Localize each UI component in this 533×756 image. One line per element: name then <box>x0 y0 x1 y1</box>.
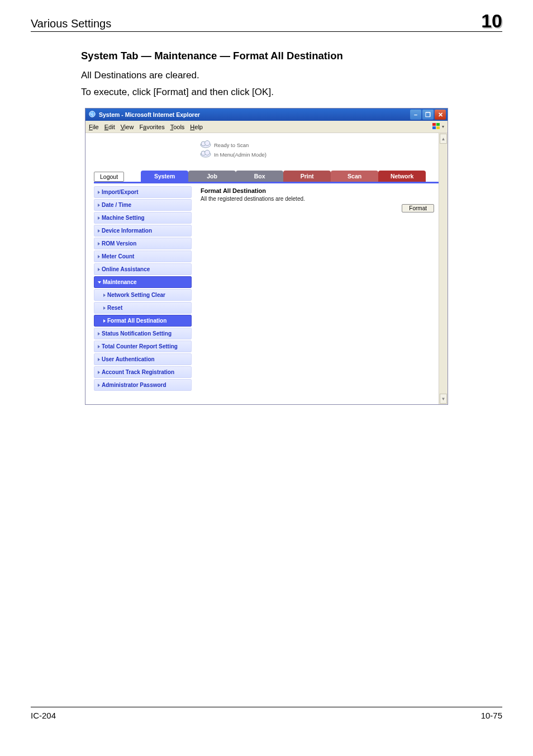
sidebar-item-total-counter-report[interactable]: Total Counter Report Setting <box>94 341 192 352</box>
sidebar: Import/Export Date / Time Machine Settin… <box>94 186 192 392</box>
menu-help[interactable]: Help <box>190 124 203 130</box>
section-title: System Tab — Maintenance — Format All De… <box>81 50 502 62</box>
page-header-right: 10 10 <box>481 11 502 30</box>
sidebar-item-format-all-destination[interactable]: Format All Destination <box>94 315 192 327</box>
window-title: System - Microsoft Internet Explorer <box>99 111 200 118</box>
scroll-up-icon[interactable]: ▲ <box>440 134 447 144</box>
footer-left: IC-204 <box>31 711 56 720</box>
sidebar-item-date-time[interactable]: Date / Time <box>94 199 192 211</box>
sidebar-item-reset[interactable]: Reset <box>94 302 192 314</box>
tab-system[interactable]: System <box>141 171 188 182</box>
tab-network[interactable]: Network <box>378 171 426 182</box>
sidebar-item-rom-version[interactable]: ROM Version <box>94 238 192 249</box>
tab-box[interactable]: Box <box>236 171 283 182</box>
maximize-button[interactable]: ❐ <box>422 110 434 120</box>
footer-right: 10-75 <box>481 711 502 720</box>
sidebar-item-network-setting-clear[interactable]: Network Setting Clear <box>94 289 192 301</box>
status-menu-icon <box>200 150 211 159</box>
minimize-button[interactable]: – <box>410 110 421 120</box>
svg-rect-3 <box>432 126 436 129</box>
svg-rect-2 <box>436 123 440 126</box>
sidebar-item-maintenance[interactable]: Maintenance <box>94 276 192 288</box>
status-menu-text: In Menu(Admin Mode) <box>214 152 266 158</box>
sidebar-item-online-assistance[interactable]: Online Assistance <box>94 263 192 275</box>
scroll-down-icon[interactable]: ▼ <box>440 394 447 404</box>
svg-point-7 <box>205 141 210 146</box>
sidebar-item-user-authentication[interactable]: User Authentication <box>94 353 192 365</box>
sidebar-item-administrator-password[interactable]: Administrator Password <box>94 379 192 391</box>
sidebar-item-device-information[interactable]: Device Information <box>94 225 192 237</box>
vertical-scrollbar[interactable]: ▲ ▼ <box>439 133 448 404</box>
menu-file[interactable]: File <box>89 124 99 130</box>
main-heading: Format All Destination <box>201 187 439 194</box>
sidebar-item-machine-setting[interactable]: Machine Setting <box>94 212 192 224</box>
menu-dropdown-icon[interactable]: ▾ <box>442 124 444 129</box>
svg-rect-4 <box>436 126 440 129</box>
screenshot-window: System - Microsoft Internet Explorer – ❐… <box>85 108 448 405</box>
tab-scan[interactable]: Scan <box>331 171 378 182</box>
status-ready-icon <box>200 140 211 149</box>
svg-rect-1 <box>432 123 436 126</box>
body-line-1: All Destinations are cleared. <box>81 70 502 81</box>
main-description: All the registered destinations are dele… <box>201 196 439 202</box>
menu-favorites[interactable]: Favorites <box>139 124 164 130</box>
logout-button[interactable]: Logout <box>94 172 124 182</box>
body-line-2: To execute, click [Format] and then clic… <box>81 87 502 98</box>
sidebar-item-account-track-registration[interactable]: Account Track Registration <box>94 366 192 378</box>
close-button[interactable]: ✕ <box>435 110 446 120</box>
page-header-left: Various Settings <box>31 17 111 30</box>
menu-view[interactable]: View <box>121 124 134 130</box>
sidebar-item-status-notification[interactable]: Status Notification Setting <box>94 328 192 339</box>
menu-edit[interactable]: Edit <box>104 124 115 130</box>
ie-logo-icon <box>88 110 96 119</box>
status-ready-text: Ready to Scan <box>214 142 249 148</box>
windows-flag-icon <box>432 122 441 131</box>
tab-print[interactable]: Print <box>283 171 331 182</box>
sidebar-item-import-export[interactable]: Import/Export <box>94 186 192 198</box>
sidebar-item-meter-count[interactable]: Meter Count <box>94 251 192 262</box>
format-button[interactable]: Format <box>402 204 434 212</box>
svg-point-10 <box>205 150 210 155</box>
menu-tools[interactable]: Tools <box>170 124 185 130</box>
tab-job[interactable]: Job <box>188 171 236 182</box>
